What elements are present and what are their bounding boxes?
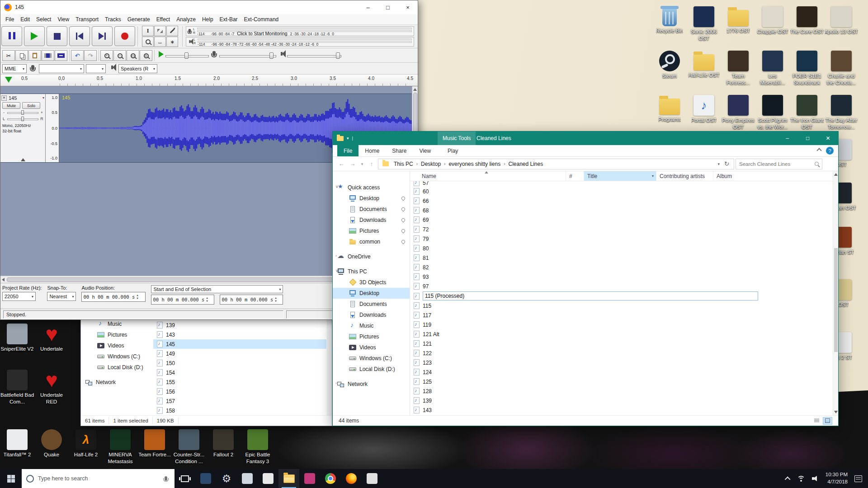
nav-item[interactable]: Downloads xyxy=(333,215,410,225)
menu-item[interactable]: Help xyxy=(199,16,217,23)
selection-end-field[interactable]: 00 h 00 m 00.000 s▲▼ xyxy=(220,295,283,305)
file-row[interactable]: 143 xyxy=(153,330,326,339)
file-row[interactable]: 128 xyxy=(410,386,833,396)
nav-item[interactable]: Desktop xyxy=(333,193,410,204)
menu-item[interactable]: Edit xyxy=(17,16,33,23)
menu-item[interactable]: File xyxy=(2,16,17,23)
minimize-button[interactable]: – xyxy=(358,0,378,14)
desktop-icon[interactable]: FOER S1E1 Soundtrack xyxy=(790,51,824,86)
column-header-name[interactable]: Name xyxy=(410,171,566,181)
column-header-artists[interactable]: Contributing artists xyxy=(656,171,713,181)
pause-button[interactable] xyxy=(1,26,22,46)
record-button[interactable] xyxy=(114,26,135,46)
qat-customize-icon[interactable]: ▾ xyxy=(347,136,349,141)
title-bar[interactable]: ▾ | Music Tools Cleaned Lines – □ ✕ xyxy=(333,131,838,145)
play-speed-slider[interactable] xyxy=(165,51,209,60)
nav-item[interactable]: Pictures xyxy=(333,331,410,342)
desktop-icon[interactable]: Les Miserabli... xyxy=(755,51,790,86)
desktop-icon[interactable]: Team Fortress... xyxy=(721,51,755,86)
nav-item[interactable]: ∨Quick access xyxy=(333,182,410,193)
playback-device-select[interactable]: Speakers (R▾ xyxy=(118,64,157,73)
column-header-album[interactable]: Album xyxy=(713,171,833,181)
mute-button[interactable]: Mute xyxy=(2,102,20,109)
undo-button[interactable]: ↶ xyxy=(71,50,84,61)
envelope-tool-button[interactable] xyxy=(154,26,166,36)
desktop-icon[interactable]: Half-Life OST xyxy=(687,51,721,86)
file-row[interactable]: 80 xyxy=(410,244,833,253)
file-row[interactable]: 157 xyxy=(153,396,326,406)
maximize-button[interactable]: □ xyxy=(378,0,398,14)
desktop-icon[interactable]: Scott Pilgrim vs. the Wor... xyxy=(755,95,790,131)
nav-item[interactable]: Documents xyxy=(333,299,410,310)
nav-item[interactable]: Pictures xyxy=(333,225,410,236)
taskbar-clock[interactable]: 10:30 PM 4/7/2018 xyxy=(826,471,848,485)
breadcrumb-item[interactable]: everyones shitty liens xyxy=(445,161,504,167)
timeline-ruler[interactable]: 0.50,00.51.01.52.02.53.03.54.04.5 xyxy=(0,75,418,86)
menu-item[interactable]: Tracks xyxy=(102,16,124,23)
desktop-icon[interactable]: Steam xyxy=(652,51,687,86)
close-button[interactable]: ✕ xyxy=(818,131,838,145)
desktop-icon[interactable]: MINERVA Metastasis xyxy=(103,429,137,465)
file-row[interactable]: 60 xyxy=(410,187,833,196)
file-row[interactable]: 121 xyxy=(410,339,833,348)
ribbon-tab[interactable]: File xyxy=(337,145,359,156)
column-header-title[interactable]: Title▾ xyxy=(584,171,656,181)
redo-button[interactable]: ↷ xyxy=(84,50,97,61)
desktop-icon[interactable]: Programs xyxy=(652,95,687,131)
file-row[interactable]: 122 xyxy=(410,348,833,358)
play-at-speed-button[interactable] xyxy=(159,51,164,57)
fit-selection-button[interactable]: ▭ xyxy=(127,50,139,61)
nav-item[interactable]: Local Disk (D:) xyxy=(333,364,410,375)
file-row[interactable]: 66 xyxy=(410,196,833,206)
taskbar-app-button[interactable] xyxy=(341,469,362,488)
close-button[interactable]: × xyxy=(398,0,418,14)
selection-start-field[interactable]: 00 h 00 m 00.000 s▲▼ xyxy=(151,295,214,305)
playback-meter[interactable]: LR -114 -96 -90 -84 -78 -72 -66 -60 -54 … xyxy=(186,37,414,47)
ribbon-tab[interactable]: View xyxy=(413,145,437,156)
desktop-icon[interactable]: The Core OST xyxy=(790,6,824,42)
play-button[interactable] xyxy=(24,26,45,46)
audio-position-field[interactable]: 00 h 00 m 00.000 s▲▼ xyxy=(81,292,146,302)
file-row[interactable]: 125 xyxy=(410,377,833,386)
track-menu-icon[interactable]: ▾ xyxy=(42,96,44,100)
file-row[interactable]: 149 xyxy=(153,349,326,358)
back-button[interactable]: ← xyxy=(336,160,346,167)
desktop-icon[interactable]: Quake xyxy=(34,429,69,465)
nav-item[interactable]: ›OneDrive xyxy=(333,251,410,262)
details-view-button[interactable] xyxy=(812,417,821,425)
file-row[interactable]: 145 xyxy=(153,339,326,349)
cut-button[interactable]: ✂ xyxy=(2,50,15,61)
nav-item[interactable]: Videos xyxy=(333,342,410,353)
nav-item[interactable]: Downloads xyxy=(333,310,410,320)
recent-locations-icon[interactable]: ▾ xyxy=(359,162,365,166)
recording-volume-slider[interactable] xyxy=(219,51,276,60)
nav-item[interactable]: ›Network xyxy=(333,379,410,389)
column-header-number[interactable]: # xyxy=(566,171,584,181)
desktop-icon[interactable]: Battlefield Bad Com... xyxy=(0,370,34,405)
nav-item[interactable]: Videos xyxy=(81,340,153,351)
filter-dropdown-icon[interactable]: ▾ xyxy=(652,174,654,178)
ribbon-tab[interactable]: Share xyxy=(386,145,413,156)
file-row[interactable]: 119 xyxy=(410,320,833,329)
file-row[interactable]: 81 xyxy=(410,253,833,263)
desktop-icon[interactable]: Chappie OST xyxy=(755,6,790,42)
nav-item[interactable]: Documents xyxy=(333,204,410,215)
file-row[interactable]: 93 xyxy=(410,272,833,282)
forward-button[interactable]: → xyxy=(348,160,358,167)
trim-button[interactable] xyxy=(42,50,54,61)
desktop-icon[interactable]: Recycle Bin xyxy=(652,6,687,42)
context-tab-music-tools[interactable]: Music Tools xyxy=(438,131,476,145)
file-row[interactable]: 156 xyxy=(153,387,326,396)
desktop-icon[interactable]: Fallout 2 xyxy=(206,429,241,465)
skip-end-button[interactable] xyxy=(92,26,113,46)
menu-item[interactable]: View xyxy=(54,16,72,23)
desktop-icon[interactable]: The Iron Giant OST xyxy=(790,95,824,131)
playback-volume-slider[interactable] xyxy=(287,51,341,60)
file-row[interactable]: 143 xyxy=(410,405,833,415)
title-bar[interactable]: 145 – □ × xyxy=(0,0,418,14)
taskbar-app-button[interactable] xyxy=(278,469,299,488)
file-row[interactable]: 72 xyxy=(410,225,833,234)
desktop-icon[interactable]: Pony Empires OST xyxy=(721,95,755,131)
desktop-icon[interactable]: Team Fortre... xyxy=(137,429,172,465)
taskbar-app-button[interactable] xyxy=(299,469,320,488)
